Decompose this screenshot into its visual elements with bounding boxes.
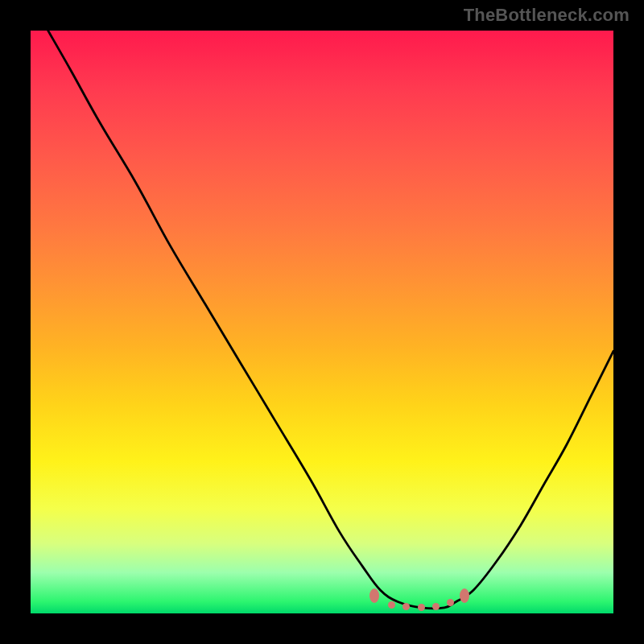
watermark-text: TheBottleneck.com: [464, 5, 630, 26]
bottleneck-curve: [31, 31, 613, 613]
chart-frame: TheBottleneck.com: [0, 0, 644, 644]
